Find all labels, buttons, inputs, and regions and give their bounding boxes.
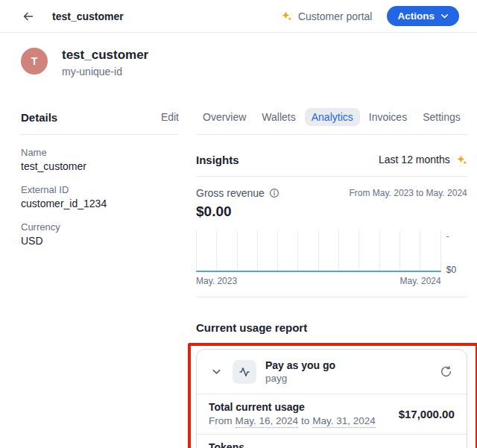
period-selector[interactable]: Last 12 months (379, 154, 467, 165)
total-usage-info: Total current usage From May. 16, 2024 t… (209, 400, 376, 428)
insights-header: Insights Last 12 months (196, 150, 467, 169)
insights-title: Insights (196, 154, 239, 166)
back-arrow-icon (22, 10, 34, 22)
details-panel: Details Edit Name test_customer External… (21, 107, 179, 448)
x-axis-start-label: May. 2023 (196, 276, 237, 286)
plan-name: Pay as you go (265, 359, 335, 372)
main-content: Details Edit Name test_customer External… (0, 78, 477, 448)
topbar-title: test_customer (52, 10, 124, 22)
customer-portal-button[interactable]: Customer portal (281, 10, 373, 22)
x-axis-end-label: May. 2024 (400, 276, 441, 286)
date-range-label: From May. 2023 to May. 2024 (349, 187, 467, 198)
total-usage-label: Total current usage (209, 400, 376, 414)
customer-identity: test_customer my-unique-id (62, 48, 148, 78)
field-value: test_customer (21, 160, 179, 172)
divider (196, 134, 467, 135)
total-usage-amount: $17,000.00 (399, 408, 455, 420)
topbar: test_customer Customer portal Actions (0, 0, 477, 33)
tab-overview[interactable]: Overview (196, 108, 253, 126)
period-to-word: to (301, 414, 309, 428)
plan-info: Pay as you go payg (265, 359, 335, 385)
plan-code: payg (265, 373, 335, 385)
gross-revenue-chart: - $0 May. 2023 May. 2024 (196, 230, 467, 286)
activity-pulse-icon (238, 366, 250, 378)
y-axis-max-label: - (446, 232, 467, 241)
tab-analytics[interactable]: Analytics (305, 108, 360, 126)
details-fields: Name test_customer External ID customer_… (21, 147, 179, 247)
field-label: Name (21, 147, 179, 158)
usage-report-section: Pay as you go payg Total current usage F… (196, 349, 467, 448)
customer-name: test_customer (62, 48, 148, 63)
tab-wallets[interactable]: Wallets (255, 108, 302, 126)
details-header: Details Edit (21, 107, 179, 127)
field-value: USD (21, 235, 179, 247)
back-button[interactable] (19, 7, 37, 25)
y-axis-min-label: $0 (446, 265, 467, 274)
chevron-down-icon (211, 366, 222, 377)
chart-zero-line (196, 271, 441, 272)
gross-revenue-value: $0.00 (196, 203, 467, 221)
period-from-word: From (209, 414, 233, 428)
usage-period: From May. 16, 2024 to May. 31, 2024 (209, 414, 376, 428)
collapse-button[interactable] (209, 365, 224, 379)
tab-bar: Overview Wallets Analytics Invoices Sett… (196, 107, 467, 127)
usage-item-info: Tokens openai_tokens (209, 441, 274, 448)
field-value: customer_id_1234 (21, 198, 179, 209)
info-icon[interactable] (269, 188, 279, 198)
usage-card: Pay as you go payg Total current usage F… (196, 349, 467, 448)
tab-settings[interactable]: Settings (416, 108, 467, 126)
divider (21, 134, 179, 135)
topbar-right: Customer portal Actions (281, 6, 459, 26)
details-title: Details (21, 111, 57, 124)
refresh-button[interactable] (438, 364, 455, 380)
period-from-date[interactable]: May. 16, 2024 (236, 414, 299, 428)
chart-plot-area (196, 230, 441, 272)
field-label: Currency (21, 221, 179, 233)
gross-revenue-label-row: Gross revenue (196, 187, 279, 199)
usage-item-name: Tokens (209, 441, 274, 448)
usage-card-header: Pay as you go payg (197, 350, 467, 394)
plan-tile (233, 360, 256, 384)
total-usage-row: Total current usage From May. 16, 2024 t… (197, 394, 467, 434)
gross-revenue-header: Gross revenue From May. 2023 to May. 202… (196, 187, 467, 199)
chart-y-axis: - $0 (446, 230, 467, 272)
period-label: Last 12 months (379, 154, 450, 165)
field-currency: Currency USD (21, 221, 179, 247)
gross-revenue-label: Gross revenue (196, 187, 265, 199)
period-to-date[interactable]: May. 31, 2024 (312, 414, 376, 428)
actions-label: Actions (397, 10, 435, 22)
divider (196, 297, 467, 297)
customer-portal-label: Customer portal (298, 10, 373, 22)
sparkle-icon (456, 154, 467, 165)
chart-x-axis: May. 2023 May. 2024 (196, 276, 441, 286)
divider (196, 176, 467, 177)
avatar: T (21, 48, 48, 75)
usage-item-row: Tokens openai_tokens (197, 434, 467, 448)
edit-button[interactable]: Edit (161, 111, 179, 123)
field-label: External ID (21, 184, 179, 195)
tab-invoices[interactable]: Invoices (362, 108, 414, 126)
customer-external-id: my-unique-id (62, 66, 148, 78)
field-name: Name test_customer (21, 147, 179, 172)
refresh-icon (440, 365, 452, 378)
field-external-id: External ID customer_id_1234 (21, 184, 179, 209)
sparkle-icon (281, 10, 292, 22)
usage-report-title: Current usage report (196, 320, 467, 336)
chevron-down-icon (440, 11, 449, 21)
customer-header: T test_customer my-unique-id (0, 33, 477, 78)
actions-button[interactable]: Actions (387, 6, 459, 26)
tab-panel: Overview Wallets Analytics Invoices Sett… (196, 107, 467, 448)
